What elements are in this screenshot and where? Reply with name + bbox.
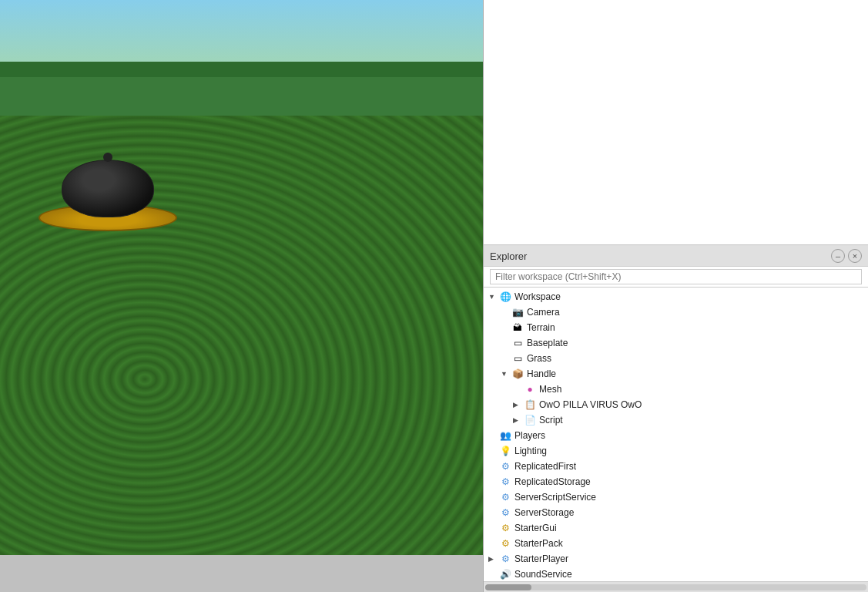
scrollbar-area [484,581,868,592]
tree-item-handle[interactable]: ▼📦Handle [484,366,868,382]
tree-icon-grass: ▭ [511,352,524,365]
viewport[interactable] [0,0,483,555]
tree-icon-replicatedfirst: ⚙ [499,460,511,473]
tree-icon-soundservice: 🔊 [499,568,511,580]
tree-icon-starterpack: ⚙ [499,537,511,550]
tree-label-workspace: Workspace [514,291,561,302]
hat-object [39,162,177,239]
tree-label-mesh: Mesh [539,384,561,395]
tree-label-replicatedfirst: ReplicatedFirst [514,461,576,472]
tree-label-handle: Handle [527,368,556,379]
explorer-tree[interactable]: ▼🌐Workspace📷Camera🏔Terrain▭Baseplate▭Gra… [484,288,868,581]
tree-item-lighting[interactable]: 💡Lighting [484,443,868,459]
tree-item-startergui[interactable]: ⚙StarterGui [484,520,868,536]
explorer-close-button[interactable]: × [848,249,862,263]
tree-label-starterplayer: StarterPlayer [514,553,568,564]
scrollbar-thumb[interactable] [485,584,531,590]
tree-icon-serverstorage: ⚙ [499,506,511,519]
tree-icon-mesh: ● [524,383,536,395]
tree-item-players[interactable]: 👥Players [484,428,868,443]
tree-label-replicatedstorage: ReplicatedStorage [514,476,591,487]
tree-icon-players: 👥 [499,429,511,442]
tree-label-terrain: Terrain [527,322,555,333]
tree-label-owo: OwO PILLA VIRUS OwO [539,399,642,410]
tree-label-players: Players [514,430,545,441]
tree-label-script: Script [539,415,563,426]
explorer-search-input[interactable] [490,269,862,284]
tree-arrow-handle[interactable]: ▼ [501,370,511,378]
hat-dome [62,160,154,217]
tree-icon-owo: 📋 [524,399,536,411]
tree-item-replicatedstorage[interactable]: ⚙ReplicatedStorage [484,474,868,489]
tree-label-lighting: Lighting [514,446,547,456]
tree-arrow-script[interactable]: ▶ [513,416,524,424]
tree-item-script[interactable]: ▶📄Script [484,412,868,428]
tree-label-camera: Camera [527,307,560,318]
main-area: Explorer – × ▼🌐Workspace📷Camera🏔Terrain▭… [0,0,868,592]
explorer-minimize-button[interactable]: – [831,249,845,263]
tree-item-replicatedfirst[interactable]: ⚙ReplicatedFirst [484,459,868,474]
hat-knob [103,153,112,162]
tree-label-serverstorage: ServerStorage [514,507,574,518]
scrollbar-track[interactable] [485,584,866,590]
tree-item-grass[interactable]: ▭Grass [484,351,868,366]
tree-icon-startergui: ⚙ [499,522,511,534]
tree-icon-serverscriptservice: ⚙ [499,491,511,503]
tree-item-camera[interactable]: 📷Camera [484,304,868,320]
tree-icon-handle: 📦 [511,368,524,380]
tree-icon-terrain: 🏔 [511,321,524,334]
tree-arrow-starterplayer[interactable]: ▶ [488,555,499,563]
explorer-title: Explorer [490,251,527,262]
right-panel: Explorer – × ▼🌐Workspace📷Camera🏔Terrain▭… [483,0,868,592]
tree-item-owo[interactable]: ▶📋OwO PILLA VIRUS OwO [484,397,868,412]
tree-label-starterpack: StarterPack [514,538,563,549]
tree-icon-starterplayer: ⚙ [499,553,511,565]
properties-area [484,0,868,245]
tree-label-startergui: StarterGui [514,523,557,533]
tree-icon-lighting: 💡 [499,445,511,457]
explorer-header: Explorer – × [484,245,868,267]
tree-label-baseplate: Baseplate [527,338,568,348]
tree-item-starterplayer[interactable]: ▶⚙StarterPlayer [484,551,868,567]
explorer-controls: – × [831,249,862,263]
tree-item-workspace[interactable]: ▼🌐Workspace [484,289,868,304]
tree-icon-replicatedstorage: ⚙ [499,476,511,488]
tree-item-terrain[interactable]: 🏔Terrain [484,320,868,335]
explorer-search-container [484,267,868,288]
tree-item-serverstorage[interactable]: ⚙ServerStorage [484,505,868,520]
tree-label-soundservice: SoundService [514,569,572,580]
tree-icon-baseplate: ▭ [511,337,524,349]
tree-icon-workspace: 🌐 [499,291,511,303]
tree-label-serverscriptservice: ServerScriptService [514,492,596,503]
explorer-panel: Explorer – × ▼🌐Workspace📷Camera🏔Terrain▭… [484,245,868,592]
tree-icon-camera: 📷 [511,306,524,318]
tree-item-serverscriptservice[interactable]: ⚙ServerScriptService [484,489,868,505]
tree-item-mesh[interactable]: ●Mesh [484,382,868,397]
tree-arrow-owo[interactable]: ▶ [513,401,524,409]
tree-item-soundservice[interactable]: 🔊SoundService [484,567,868,581]
tree-item-baseplate[interactable]: ▭Baseplate [484,335,868,351]
tree-icon-script: 📄 [524,414,536,426]
tree-label-grass: Grass [527,353,551,364]
tree-item-starterpack[interactable]: ⚙StarterPack [484,536,868,551]
tree-arrow-workspace[interactable]: ▼ [488,293,499,301]
